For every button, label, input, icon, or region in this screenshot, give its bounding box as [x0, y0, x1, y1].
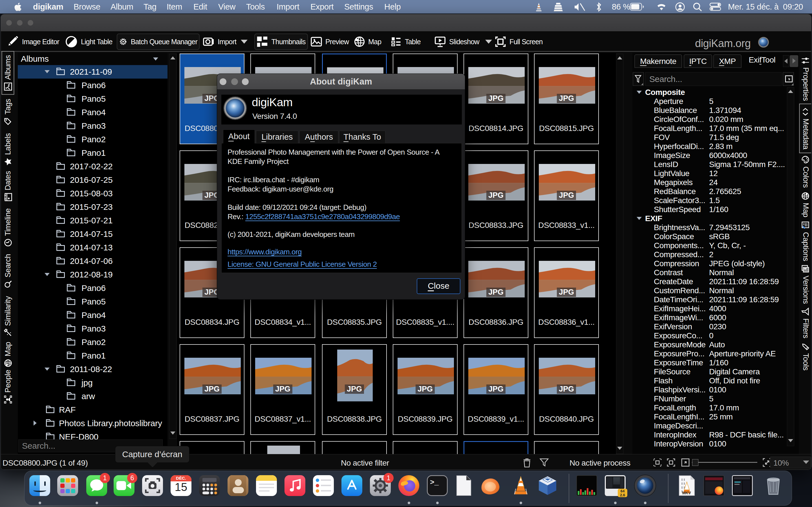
svg-text:MKV: MKV [682, 491, 691, 495]
